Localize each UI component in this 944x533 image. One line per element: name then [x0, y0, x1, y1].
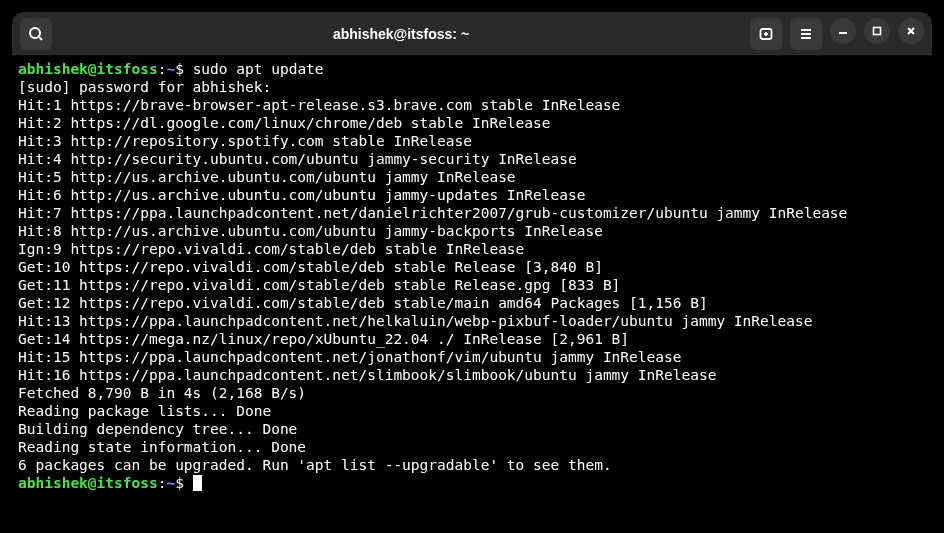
svg-line-1 — [39, 37, 42, 40]
output-line: Get:10 https://repo.vivaldi.com/stable/d… — [18, 258, 926, 276]
new-tab-icon — [758, 26, 774, 42]
output-line: Hit:16 https://ppa.launchpadcontent.net/… — [18, 366, 926, 384]
output-line: Fetched 8,790 B in 4s (2,168 B/s) — [18, 384, 926, 402]
titlebar: abhishek@itsfoss: ~ — [12, 12, 932, 56]
cursor — [193, 475, 202, 491]
terminal-window: abhishek@itsfoss: ~ — [12, 12, 932, 521]
maximize-icon — [871, 25, 883, 37]
output-line: Hit:5 http://us.archive.ubuntu.com/ubunt… — [18, 168, 926, 186]
prompt-path: ~ — [166, 61, 175, 77]
new-tab-button[interactable] — [750, 18, 782, 50]
output-line: Hit:15 https://ppa.launchpadcontent.net/… — [18, 348, 926, 366]
prompt-user-host: abhishek@itsfoss — [18, 475, 158, 491]
output-line: Get:14 https://mega.nz/linux/repo/xUbunt… — [18, 330, 926, 348]
svg-rect-9 — [874, 27, 881, 34]
output-line: Get:11 https://repo.vivaldi.com/stable/d… — [18, 276, 926, 294]
output-line: Hit:6 http://us.archive.ubuntu.com/ubunt… — [18, 186, 926, 204]
minimize-button[interactable] — [830, 18, 856, 44]
output-line: Get:12 https://repo.vivaldi.com/stable/d… — [18, 294, 926, 312]
search-icon — [28, 26, 44, 42]
output-line: Hit:13 https://ppa.launchpadcontent.net/… — [18, 312, 926, 330]
output-line: Hit:4 http://security.ubuntu.com/ubuntu … — [18, 150, 926, 168]
maximize-button[interactable] — [864, 18, 890, 44]
command-text: sudo apt update — [193, 61, 324, 77]
output-line: Hit:7 https://ppa.launchpadcontent.net/d… — [18, 204, 926, 222]
prompt-line: abhishek@itsfoss:~$ sudo apt update — [18, 60, 926, 78]
menu-button[interactable] — [790, 18, 822, 50]
close-icon — [905, 25, 917, 37]
prompt-path: ~ — [166, 475, 175, 491]
output-line: [sudo] password for abhishek: — [18, 78, 926, 96]
hamburger-icon — [798, 26, 814, 42]
prompt-user-host: abhishek@itsfoss — [18, 61, 158, 77]
svg-point-0 — [30, 28, 40, 38]
output-line: Reading state information... Done — [18, 438, 926, 456]
output-line: 6 packages can be upgraded. Run 'apt lis… — [18, 456, 926, 474]
search-button[interactable] — [20, 18, 52, 50]
window-title: abhishek@itsfoss: ~ — [52, 26, 750, 42]
output-line: Hit:1 https://brave-browser-apt-release.… — [18, 96, 926, 114]
output-line: Hit:8 http://us.archive.ubuntu.com/ubunt… — [18, 222, 926, 240]
close-button[interactable] — [898, 18, 924, 44]
output-line: Building dependency tree... Done — [18, 420, 926, 438]
output-line: Hit:2 https://dl.google.com/linux/chrome… — [18, 114, 926, 132]
terminal-output[interactable]: abhishek@itsfoss:~$ sudo apt update [sud… — [12, 56, 932, 521]
minimize-icon — [837, 25, 849, 37]
output-line: Hit:3 http://repository.spotify.com stab… — [18, 132, 926, 150]
output-line: Reading package lists... Done — [18, 402, 926, 420]
output-line: Ign:9 https://repo.vivaldi.com/stable/de… — [18, 240, 926, 258]
prompt-dollar: $ — [175, 475, 192, 491]
prompt-line: abhishek@itsfoss:~$ — [18, 474, 926, 492]
prompt-dollar: $ — [175, 61, 192, 77]
